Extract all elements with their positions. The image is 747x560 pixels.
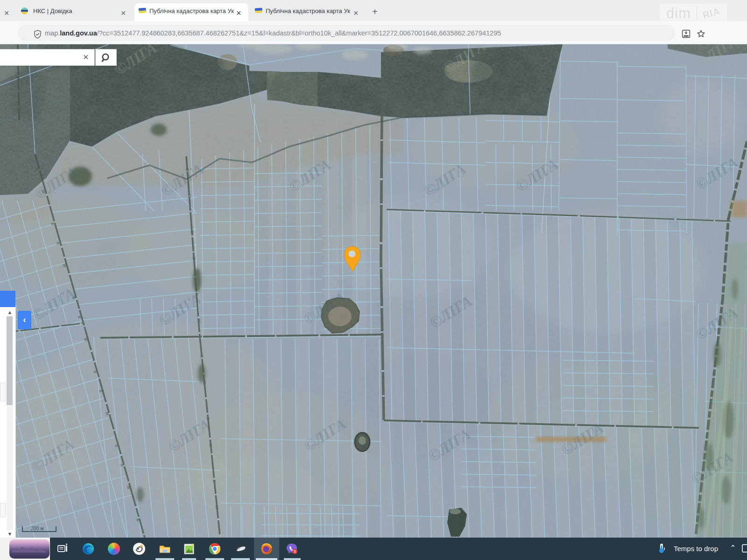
svg-text:5: 5 [294, 549, 296, 553]
